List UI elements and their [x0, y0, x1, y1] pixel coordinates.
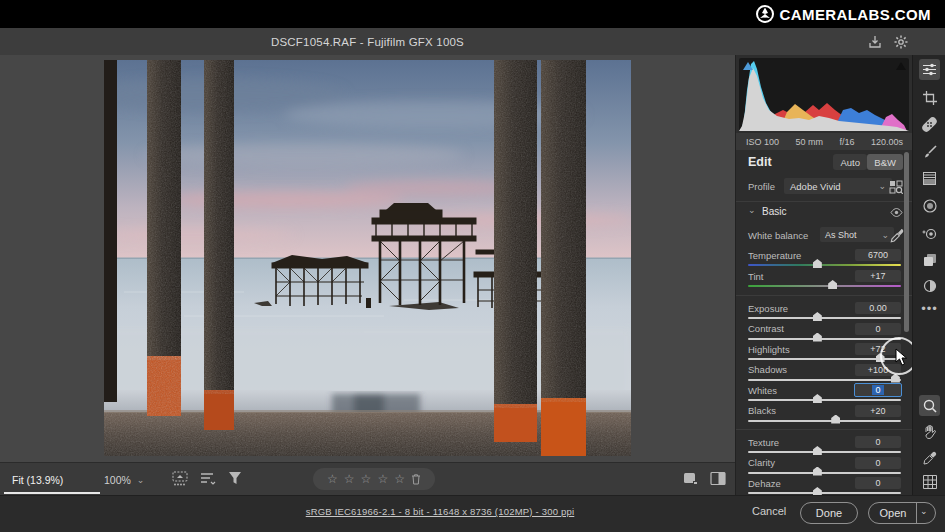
slider-value[interactable]: +17 [855, 270, 901, 282]
exif-info-bar: ISO 100 50 mm f/16 120.00s [736, 133, 913, 150]
slider-track[interactable] [748, 264, 901, 266]
slider-dehaze: Dehaze0 [748, 477, 901, 495]
highlight-clipping-icon[interactable] [896, 62, 906, 70]
zoom-tool[interactable] [919, 395, 940, 416]
slider-track[interactable] [748, 399, 901, 401]
slider-value[interactable]: 0 [855, 436, 901, 448]
slider-track[interactable] [748, 317, 901, 319]
slider-track[interactable] [748, 379, 901, 381]
slider-label: Clarity [748, 457, 775, 468]
slider-track[interactable] [748, 285, 901, 287]
slider-track[interactable] [748, 451, 901, 453]
photo-preview[interactable] [104, 60, 631, 456]
slider-track[interactable] [748, 492, 901, 494]
white-balance-value: As Shot [825, 230, 857, 240]
slider-track[interactable] [748, 472, 901, 474]
basic-section-header[interactable]: ⌄ Basic [736, 205, 913, 221]
open-button-divider [916, 503, 917, 523]
star-icon[interactable]: ☆ [344, 473, 355, 485]
brush-tool[interactable] [919, 141, 940, 162]
image-info-link[interactable]: sRGB IEC61966-2.1 - 8 bit - 11648 x 8736… [160, 506, 720, 517]
slider-whites: Whites0 [748, 384, 901, 403]
auto-button[interactable]: Auto [833, 154, 867, 170]
star-rating-control[interactable]: ☆ ☆ ☆ ☆ ☆ [313, 468, 435, 490]
slider-track[interactable] [748, 420, 901, 422]
edit-panel: ISO 100 50 mm f/16 120.00s Edit Auto B&W… [735, 55, 913, 495]
top-bar: CAMERALABS.COM [0, 0, 945, 28]
exif-focal: 50 mm [796, 137, 824, 147]
star-icon[interactable]: ☆ [377, 473, 388, 485]
tool-rail: ••• [912, 55, 945, 532]
hand-tool[interactable] [919, 421, 940, 442]
slider-value[interactable]: 0 [855, 477, 901, 489]
radial-filter-tool[interactable] [919, 195, 940, 216]
settings-gear-icon[interactable] [893, 34, 909, 50]
select-zoom-icon[interactable] [172, 471, 190, 487]
before-after-view-icon[interactable] [710, 471, 727, 486]
slider-label: Texture [748, 437, 779, 448]
edit-tool[interactable] [919, 59, 940, 80]
star-icon[interactable]: ☆ [394, 473, 405, 485]
slider-value[interactable]: 0 [855, 323, 901, 335]
slider-value[interactable]: 0 [855, 457, 901, 469]
slider-value[interactable]: 6700 [855, 249, 901, 261]
photo-brighton-west-pier [104, 60, 631, 456]
bw-button[interactable]: B&W [867, 154, 903, 170]
profile-dropdown[interactable]: Adobe Vivid ⌄ [784, 178, 892, 194]
edit-header: Edit Auto B&W [736, 154, 913, 174]
white-balance-row: White balance As Shot ⌄ [736, 228, 913, 244]
open-options-chevron[interactable]: ⌄ [920, 507, 928, 515]
white-balance-label: White balance [748, 230, 808, 241]
healing-tool[interactable] [919, 114, 940, 135]
exif-shutter: 120.00s [871, 137, 903, 147]
slider-contrast: Contrast0 [748, 323, 901, 342]
graduated-filter-tool[interactable] [919, 168, 940, 189]
title-bar: DSCF1054.RAF - Fujifilm GFX 100S [0, 28, 945, 56]
crop-tool[interactable] [919, 87, 940, 108]
divider [736, 201, 913, 202]
slider-value-selected[interactable]: 0 [854, 383, 902, 397]
panel-scrollbar[interactable] [904, 152, 909, 332]
cancel-button[interactable]: Cancel [752, 505, 786, 517]
eyedropper-icon[interactable] [890, 228, 904, 243]
more-tools-button[interactable]: ••• [919, 298, 940, 319]
profile-row: Profile Adobe Vivid ⌄ [736, 179, 913, 196]
logo-text: CAMERALABS.COM [780, 6, 931, 23]
grid-view-icon[interactable] [919, 471, 940, 492]
eye-icon[interactable] [890, 207, 903, 218]
zoom-level-label: 100% [104, 474, 131, 486]
trash-icon[interactable] [411, 473, 421, 485]
slider-track[interactable] [748, 358, 901, 360]
presets-tool[interactable] [919, 249, 940, 270]
red-eye-tool[interactable] [919, 222, 940, 243]
sampler-tool[interactable] [919, 447, 940, 468]
fit-active-underline [4, 492, 100, 494]
document-title: DSCF1054.RAF - Fujifilm GFX 100S [0, 28, 735, 55]
status-bar: sRGB IEC61966-2.1 - 8 bit - 11648 x 8736… [0, 495, 945, 532]
white-balance-dropdown[interactable]: As Shot ⌄ [820, 227, 894, 242]
shadow-clipping-icon[interactable] [743, 62, 753, 70]
slider-track[interactable] [748, 338, 901, 340]
star-icon[interactable]: ☆ [361, 473, 372, 485]
image-canvas[interactable] [0, 55, 735, 462]
done-button[interactable]: Done [800, 502, 858, 524]
slider-label: Dehaze [748, 478, 781, 489]
preview-toggle-icon[interactable] [682, 471, 698, 486]
slider-value[interactable]: +20 [855, 405, 901, 417]
zoom-level-dropdown[interactable]: 100% ⌄ [104, 463, 144, 496]
filter-icon[interactable] [228, 471, 243, 486]
slider-label: Tint [748, 271, 763, 282]
star-icon[interactable]: ☆ [327, 473, 338, 485]
slider-tint: Tint+17 [748, 270, 901, 289]
slider-clarity: Clarity0 [748, 457, 901, 476]
chevron-down-icon: ⌄ [878, 182, 886, 190]
slider-value[interactable]: 0.00 [855, 302, 901, 314]
export-icon[interactable] [867, 34, 883, 50]
chevron-down-icon: ⌄ [881, 231, 889, 239]
profile-browser-icon[interactable] [889, 180, 903, 194]
snapshots-tool[interactable] [919, 275, 940, 296]
slider-label: Shadows [748, 364, 787, 375]
sort-order-icon[interactable] [200, 471, 216, 486]
slider-texture: Texture0 [748, 436, 901, 455]
histogram[interactable] [739, 58, 909, 131]
